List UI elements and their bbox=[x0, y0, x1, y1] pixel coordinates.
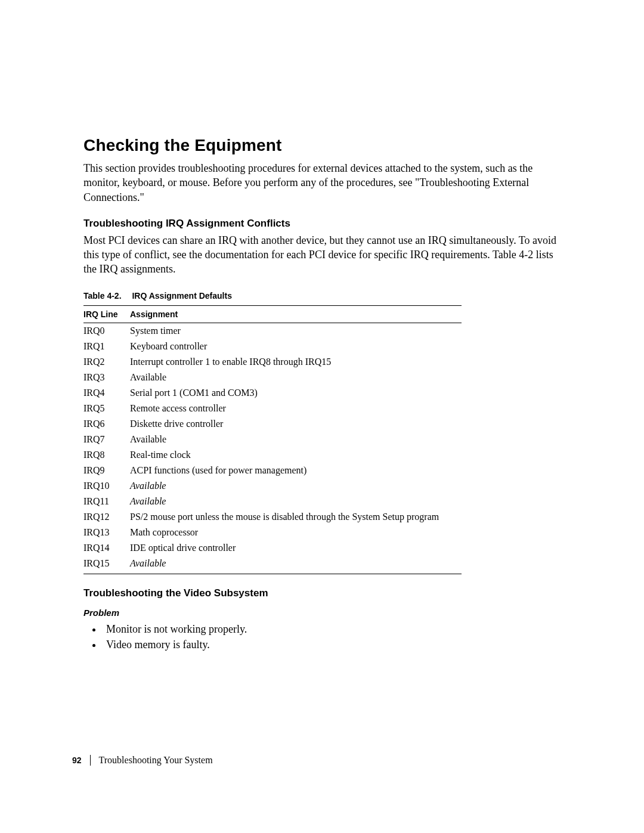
table-row: IRQ15Available bbox=[83, 556, 462, 574]
assignment-cell: System timer bbox=[130, 323, 462, 339]
subheading-video: Troubleshooting the Video Subsystem bbox=[83, 587, 561, 599]
page-content: Checking the Equipment This section prov… bbox=[0, 0, 644, 652]
table-row: IRQ7Available bbox=[83, 432, 462, 447]
table-row: IRQ4Serial port 1 (COM1 and COM3) bbox=[83, 385, 462, 401]
irq-line-cell: IRQ10 bbox=[83, 478, 130, 494]
list-item: Monitor is not working properly. bbox=[103, 621, 561, 637]
page-heading: Checking the Equipment bbox=[83, 136, 561, 155]
subheading-irq-conflicts: Troubleshooting IRQ Assignment Conflicts bbox=[83, 218, 561, 230]
table-row: IRQ3Available bbox=[83, 370, 462, 385]
assignment-cell: Diskette drive controller bbox=[130, 416, 462, 432]
table-header-irq: IRQ Line bbox=[83, 305, 130, 323]
irq-line-cell: IRQ3 bbox=[83, 370, 130, 385]
table-caption-title: IRQ Assignment Defaults bbox=[132, 291, 232, 301]
irq-line-cell: IRQ14 bbox=[83, 540, 130, 556]
table-caption: Table 4-2. IRQ Assignment Defaults bbox=[83, 291, 561, 301]
table-row: IRQ13Math coprocessor bbox=[83, 525, 462, 540]
irq-paragraph: Most PCI devices can share an IRQ with a… bbox=[83, 233, 561, 277]
assignment-cell: Remote access controller bbox=[130, 401, 462, 416]
assignment-cell: Serial port 1 (COM1 and COM3) bbox=[130, 385, 462, 401]
assignment-cell: IDE optical drive controller bbox=[130, 540, 462, 556]
footer-section-title: Troubleshooting Your System bbox=[99, 755, 213, 766]
assignment-cell: Available bbox=[130, 556, 462, 574]
irq-line-cell: IRQ0 bbox=[83, 323, 130, 339]
assignment-cell: PS/2 mouse port unless the mouse is disa… bbox=[130, 509, 462, 525]
table-row: IRQ14IDE optical drive controller bbox=[83, 540, 462, 556]
assignment-cell: Math coprocessor bbox=[130, 525, 462, 540]
table-row: IRQ2Interrupt controller 1 to enable IRQ… bbox=[83, 354, 462, 370]
table-row: IRQ11Available bbox=[83, 494, 462, 509]
irq-line-cell: IRQ6 bbox=[83, 416, 130, 432]
irq-line-cell: IRQ13 bbox=[83, 525, 130, 540]
assignment-cell: Available bbox=[130, 432, 462, 447]
intro-paragraph: This section provides troubleshooting pr… bbox=[83, 161, 561, 205]
page-number: 92 bbox=[72, 755, 82, 765]
assignment-cell: Available bbox=[130, 478, 462, 494]
list-item: Video memory is faulty. bbox=[103, 637, 561, 652]
table-row: IRQ12PS/2 mouse port unless the mouse is… bbox=[83, 509, 462, 525]
footer-divider bbox=[90, 755, 91, 766]
irq-line-cell: IRQ8 bbox=[83, 447, 130, 463]
table-row: IRQ9ACPI functions (used for power manag… bbox=[83, 463, 462, 478]
irq-line-cell: IRQ7 bbox=[83, 432, 130, 447]
assignment-cell: Keyboard controller bbox=[130, 339, 462, 354]
irq-line-cell: IRQ4 bbox=[83, 385, 130, 401]
irq-line-cell: IRQ1 bbox=[83, 339, 130, 354]
table-row: IRQ5Remote access controller bbox=[83, 401, 462, 416]
assignment-cell: Real-time clock bbox=[130, 447, 462, 463]
irq-line-cell: IRQ15 bbox=[83, 556, 130, 574]
assignment-cell: Available bbox=[130, 494, 462, 509]
assignment-cell: Available bbox=[130, 370, 462, 385]
table-row: IRQ0System timer bbox=[83, 323, 462, 339]
assignment-cell: Interrupt controller 1 to enable IRQ8 th… bbox=[130, 354, 462, 370]
irq-table: IRQ Line Assignment IRQ0System timerIRQ1… bbox=[83, 305, 462, 574]
irq-line-cell: IRQ9 bbox=[83, 463, 130, 478]
page-footer: 92 Troubleshooting Your System bbox=[72, 755, 213, 766]
problem-heading: Problem bbox=[83, 608, 561, 618]
table-row: IRQ10Available bbox=[83, 478, 462, 494]
irq-line-cell: IRQ12 bbox=[83, 509, 130, 525]
problem-list: Monitor is not working properly.Video me… bbox=[103, 621, 561, 652]
irq-line-cell: IRQ5 bbox=[83, 401, 130, 416]
irq-line-cell: IRQ2 bbox=[83, 354, 130, 370]
table-header-assignment: Assignment bbox=[130, 305, 462, 323]
table-caption-label: Table 4-2. bbox=[83, 291, 122, 301]
table-row: IRQ6Diskette drive controller bbox=[83, 416, 462, 432]
table-row: IRQ1Keyboard controller bbox=[83, 339, 462, 354]
table-row: IRQ8Real-time clock bbox=[83, 447, 462, 463]
irq-line-cell: IRQ11 bbox=[83, 494, 130, 509]
assignment-cell: ACPI functions (used for power managemen… bbox=[130, 463, 462, 478]
